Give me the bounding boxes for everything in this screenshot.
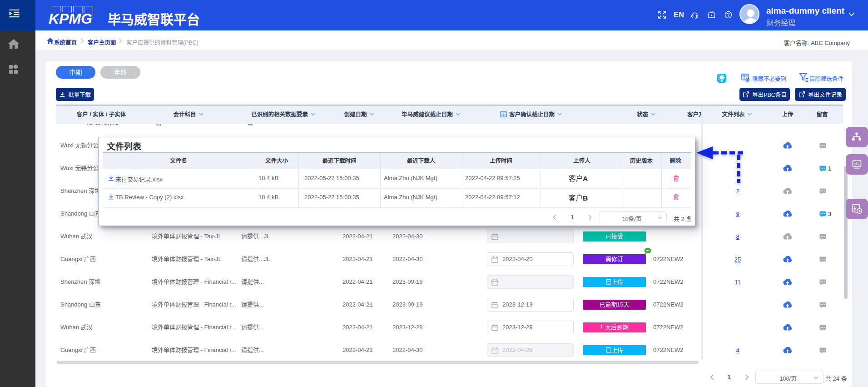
svg-text:KPMG: KPMG: [49, 10, 92, 27]
